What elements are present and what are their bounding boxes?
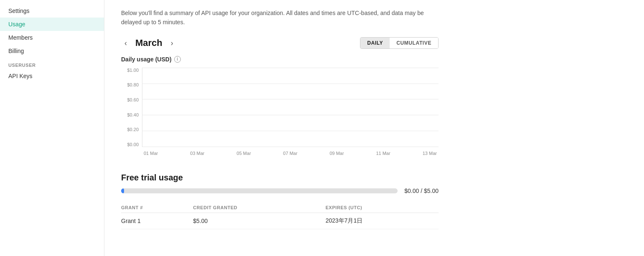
progress-bar-container: $0.00 / $5.00 bbox=[121, 188, 439, 194]
daily-toggle-button[interactable]: DAILY bbox=[360, 38, 390, 48]
gridline-4 bbox=[142, 115, 439, 115]
progress-amount-label: $0.00 / $5.00 bbox=[404, 188, 439, 194]
grants-table: GRANT # CREDIT GRANTED EXPIRES (UTC) Gra… bbox=[121, 203, 439, 229]
sidebar-item-api-keys[interactable]: API Keys bbox=[0, 69, 104, 83]
x-label-4: 07 Mar bbox=[283, 151, 297, 156]
credit-granted-header: CREDIT GRANTED bbox=[193, 203, 325, 213]
sidebar-item-billing[interactable]: Billing bbox=[0, 44, 104, 58]
grant-number-cell: Grant 1 bbox=[121, 213, 193, 229]
main-content: Below you'll find a summary of API usage… bbox=[104, 0, 644, 256]
x-label-2: 03 Mar bbox=[190, 151, 204, 156]
progress-bar-background bbox=[121, 188, 398, 193]
sidebar-item-settings[interactable]: Settings bbox=[0, 4, 104, 18]
gridline-5 bbox=[142, 131, 439, 131]
month-nav-left: ‹ March › bbox=[121, 37, 177, 49]
expires-date-cell: 2023年7月1日 bbox=[325, 213, 439, 229]
free-trial-title: Free trial usage bbox=[121, 173, 439, 182]
view-toggle: DAILY CUMULATIVE bbox=[360, 37, 439, 49]
y-label-3: $0.60 bbox=[127, 97, 139, 102]
gridline-2 bbox=[142, 84, 439, 84]
chart-container: $1.00 $0.80 $0.60 $0.40 $0.20 $0.00 bbox=[121, 68, 439, 160]
expires-utc-header: EXPIRES (UTC) bbox=[325, 203, 439, 213]
chart-gridlines bbox=[142, 68, 439, 147]
chart-plot bbox=[142, 68, 439, 147]
usage-chart-section: Daily usage (USD) i $1.00 $0.80 $0.60 $0… bbox=[121, 56, 439, 160]
y-label-4: $0.40 bbox=[127, 112, 139, 117]
table-row: Grant 1 $5.00 2023年7月1日 bbox=[121, 213, 439, 229]
x-label-6: 11 Mar bbox=[376, 151, 390, 156]
next-month-button[interactable]: › bbox=[167, 37, 177, 49]
x-label-7: 13 Mar bbox=[423, 151, 437, 156]
cumulative-toggle-button[interactable]: CUMULATIVE bbox=[390, 38, 438, 48]
progress-bar-fill bbox=[121, 188, 124, 193]
x-label-1: 01 Mar bbox=[144, 151, 158, 156]
month-navigation: ‹ March › DAILY CUMULATIVE bbox=[121, 37, 439, 49]
chart-title: Daily usage (USD) i bbox=[121, 56, 439, 63]
sidebar: Settings Usage Members Billing USERUSER … bbox=[0, 0, 104, 256]
credit-amount-cell: $5.00 bbox=[193, 213, 325, 229]
chart-x-labels: 01 Mar 03 Mar 05 Mar 07 Mar 09 Mar 11 Ma… bbox=[142, 147, 439, 160]
x-label-3: 05 Mar bbox=[237, 151, 251, 156]
y-label-2: $0.80 bbox=[127, 82, 139, 87]
page-description: Below you'll find a summary of API usage… bbox=[121, 8, 439, 27]
current-month-label: March bbox=[135, 38, 162, 48]
sidebar-item-usage[interactable]: Usage bbox=[0, 18, 104, 31]
chart-y-labels: $1.00 $0.80 $0.60 $0.40 $0.20 $0.00 bbox=[121, 68, 142, 147]
gridline-3 bbox=[142, 99, 439, 99]
gridline-1 bbox=[142, 68, 439, 68]
y-label-5: $0.20 bbox=[127, 127, 139, 132]
user-section-label: USERUSER bbox=[0, 58, 104, 69]
sidebar-item-members[interactable]: Members bbox=[0, 31, 104, 44]
y-label-6: $0.00 bbox=[127, 142, 139, 147]
grant-number-header: GRANT # bbox=[121, 203, 193, 213]
chart-info-icon[interactable]: i bbox=[174, 56, 181, 63]
x-label-5: 09 Mar bbox=[330, 151, 344, 156]
grants-table-header-row: GRANT # CREDIT GRANTED EXPIRES (UTC) bbox=[121, 203, 439, 213]
prev-month-button[interactable]: ‹ bbox=[121, 37, 130, 49]
y-label-1: $1.00 bbox=[127, 68, 139, 73]
free-trial-section: Free trial usage $0.00 / $5.00 GRANT # C… bbox=[121, 173, 439, 229]
